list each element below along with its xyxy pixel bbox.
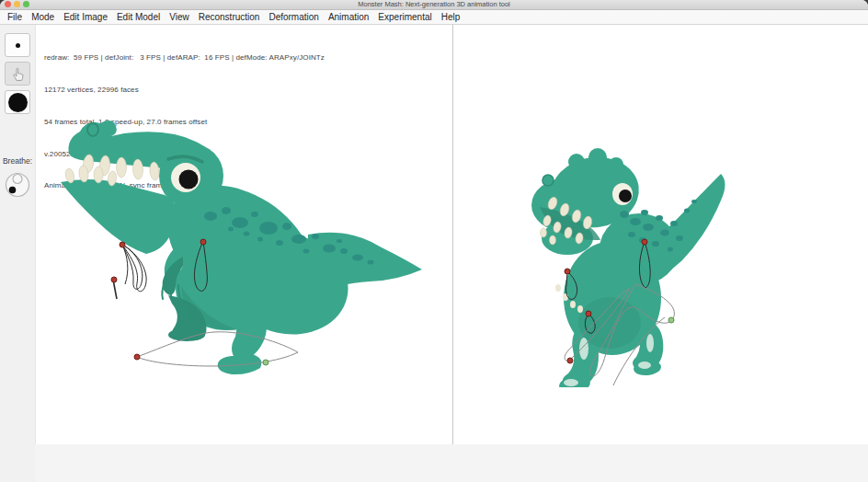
menu-item-animation[interactable]: Animation [324, 12, 373, 22]
menu-item-mode[interactable]: Mode [27, 12, 59, 22]
canvas[interactable]: redraw: 59 FPS | defJoint: 3 FPS | defAR… [35, 25, 868, 444]
menubar: File Mode Edit Image Edit Model View Rec… [0, 10, 868, 25]
menu-item-file[interactable]: File [3, 12, 27, 22]
brush-tool-button[interactable] [5, 90, 30, 114]
breathe-dial-indicator-dot[interactable] [9, 187, 17, 194]
control-point-right-4[interactable] [668, 317, 675, 324]
menu-item-deformation[interactable]: Deformation [264, 12, 323, 22]
hand-icon [10, 66, 26, 82]
menu-item-edit-image[interactable]: Edit Image [59, 12, 112, 22]
hand-tool-button[interactable] [5, 62, 30, 86]
dino-right-brow-bump [568, 154, 585, 170]
control-point-right-3[interactable] [567, 358, 574, 364]
menu-item-reconstruction[interactable]: Reconstruction [194, 12, 265, 22]
breathe-label: Breathe: [0, 156, 35, 166]
breathe-dial-inner-ring [13, 175, 22, 184]
dino-left-nostril [87, 123, 98, 136]
menu-item-view[interactable]: View [165, 12, 194, 22]
menu-item-experimental[interactable]: Experimental [373, 12, 436, 22]
breathe-control: Breathe: [0, 156, 35, 202]
dino-left-eye-pupil [179, 170, 199, 189]
control-point-left-4[interactable] [263, 360, 269, 366]
bottom-strip [35, 444, 868, 482]
control-point-right-2[interactable] [586, 311, 592, 317]
control-point-left-3[interactable] [134, 354, 141, 361]
breathe-dial[interactable] [4, 169, 31, 199]
dino-left-tail [308, 233, 422, 295]
app-window: Monster Mash: Next-generation 3D animati… [0, 0, 868, 482]
left-viewport-model[interactable] [56, 111, 424, 383]
dino-right-brow-bump [588, 148, 607, 166]
window-title: Monster Mash: Next-generation 3D animati… [0, 0, 868, 9]
menu-item-help[interactable]: Help [437, 12, 465, 22]
viewport-divider [452, 25, 453, 444]
dino-right-brow-bump [609, 157, 623, 172]
point-draw-tool-button[interactable] [5, 33, 30, 57]
menu-item-edit-model[interactable]: Edit Model [112, 12, 165, 22]
control-point-right-1[interactable] [565, 269, 571, 275]
large-dot-icon [8, 93, 28, 112]
dino-right-eye-pupil [619, 189, 632, 202]
control-point-left-2[interactable] [111, 277, 118, 283]
control-point-left-0[interactable] [120, 242, 126, 248]
dino-right-nostril [542, 175, 554, 186]
left-foot-trajectory-loop[interactable] [137, 332, 298, 366]
small-dot-icon [16, 43, 20, 48]
control-point-right-0[interactable] [642, 239, 648, 246]
dino-left-near-foot [218, 354, 262, 374]
control-point-left-1[interactable] [200, 239, 207, 246]
debug-line-fps: redraw: 59 FPS | defJoint: 3 FPS | defAR… [44, 52, 325, 63]
tool-palette: Breathe: [0, 25, 35, 482]
titlebar: Monster Mash: Next-generation 3D animati… [0, 0, 868, 10]
debug-line-mesh: 12172 vertices, 22996 faces [44, 85, 325, 96]
right-viewport-model[interactable] [525, 148, 741, 387]
